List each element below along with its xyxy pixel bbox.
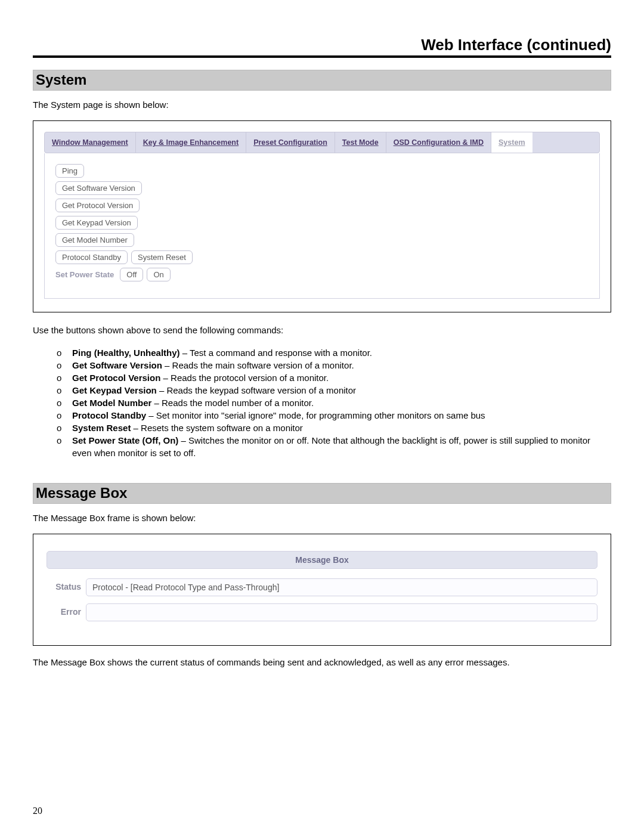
get-protocol-version-button[interactable]: Get Protocol Version <box>55 199 140 212</box>
system-panel-frame: Window Management Key & Image Enhancemen… <box>33 120 611 312</box>
set-power-state-label: Set Power State <box>55 270 114 279</box>
cmd-item-ping: Ping (Healthy, Unhealthy) – Test a comma… <box>57 346 611 359</box>
get-software-version-button[interactable]: Get Software Version <box>55 181 142 195</box>
commands-intro: Use the buttons shown above to send the … <box>33 324 611 336</box>
tab-preset-configuration[interactable]: Preset Configuration <box>246 132 335 153</box>
tab-window-management[interactable]: Window Management <box>45 132 136 153</box>
msgbox-error-row: Error <box>47 603 597 621</box>
msgbox-status-label: Status <box>47 578 81 596</box>
cmd-item-get-keypad-version: Get Keypad Version – Reads the keypad so… <box>57 384 611 397</box>
cmd-item-set-power-state: Set Power State (Off, On) – Switches the… <box>57 434 611 459</box>
message-box-title: Message Box <box>47 551 597 569</box>
commands-list: Ping (Healthy, Unhealthy) – Test a comma… <box>33 346 611 459</box>
section-heading-system: System <box>33 70 611 91</box>
cmd-item-system-reset: System Reset – Resets the system softwar… <box>57 422 611 434</box>
system-tab-body: Ping Get Software Version Get Protocol V… <box>44 153 600 299</box>
get-keypad-version-button[interactable]: Get Keypad Version <box>55 216 138 230</box>
msgbox-status-value: Protocol - [Read Protocol Type and Pass-… <box>86 578 597 596</box>
msgbox-status-row: Status Protocol - [Read Protocol Type an… <box>47 578 597 596</box>
cmd-item-get-software-version: Get Software Version – Reads the main so… <box>57 359 611 371</box>
tab-key-image-enhancement[interactable]: Key & Image Enhancement <box>136 132 246 153</box>
msgbox-outro-text: The Message Box shows the current status… <box>33 657 611 668</box>
section-heading-message-box: Message Box <box>33 483 611 504</box>
system-reset-button[interactable]: System Reset <box>131 250 193 264</box>
tab-test-mode[interactable]: Test Mode <box>335 132 386 153</box>
tab-osd-configuration-imd[interactable]: OSD Configuration & IMD <box>386 132 491 153</box>
nav-strip: Window Management Key & Image Enhancemen… <box>44 132 600 153</box>
msgbox-error-value <box>86 603 597 621</box>
cmd-item-protocol-standby: Protocol Standby – Set monitor into "ser… <box>57 409 611 422</box>
power-off-button[interactable]: Off <box>120 268 143 281</box>
tab-system[interactable]: System <box>491 132 532 153</box>
system-intro-text: The System page is shown below: <box>33 99 611 111</box>
power-on-button[interactable]: On <box>147 268 170 281</box>
protocol-standby-button[interactable]: Protocol Standby <box>55 250 128 264</box>
page-title: Web Interface (continued) <box>33 36 611 54</box>
cmd-item-get-model-number: Get Model Number – Reads the model numbe… <box>57 397 611 409</box>
page-header: Web Interface (continued) <box>33 36 611 58</box>
get-model-number-button[interactable]: Get Model Number <box>55 233 134 247</box>
page-number: 20 <box>33 806 42 816</box>
ping-button[interactable]: Ping <box>55 164 84 178</box>
msgbox-intro-text: The Message Box frame is shown below: <box>33 512 611 524</box>
message-box-frame: Message Box Status Protocol - [Read Prot… <box>33 534 611 646</box>
msgbox-error-label: Error <box>47 603 81 621</box>
cmd-item-get-protocol-version: Get Protocol Version – Reads the protoco… <box>57 371 611 384</box>
